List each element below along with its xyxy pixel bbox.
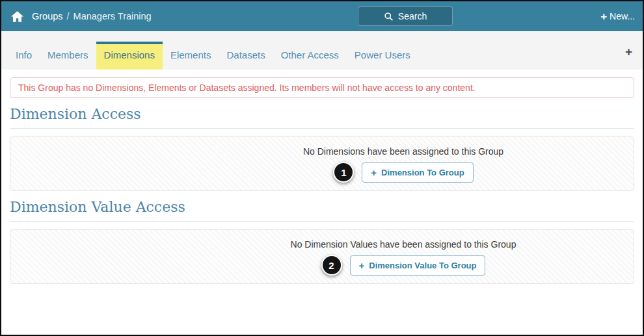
top-navigation-bar: Groups / Managers Training Search + New.… (1, 1, 643, 31)
tab-elements[interactable]: Elements (163, 42, 219, 70)
new-button[interactable]: + New... (600, 1, 635, 31)
app-window: Groups / Managers Training Search + New.… (0, 0, 644, 336)
breadcrumb-separator: / (67, 11, 70, 21)
tab-info[interactable]: Info (8, 42, 40, 70)
tab-bar: Info Members Dimensions Elements Dataset… (1, 31, 643, 70)
tab-dimensions[interactable]: Dimensions (96, 42, 163, 70)
plus-icon: + (600, 11, 607, 22)
dimension-empty-message: No Dimensions have been assigned to this… (173, 146, 634, 157)
no-content-warning: This Group has no Dimensions, Elements o… (10, 77, 634, 98)
breadcrumb-current-page: Managers Training (74, 11, 152, 21)
home-icon (10, 10, 24, 23)
dimension-value-empty-message: No Dimension Values have been assigned t… (173, 239, 634, 250)
main-content: Dimension Access No Dimensions have been… (1, 106, 643, 284)
tab-datasets[interactable]: Datasets (219, 42, 273, 70)
dimension-value-access-heading: Dimension Value Access (10, 199, 634, 222)
search-icon (384, 12, 394, 21)
dimension-value-access-panel: No Dimension Values have been assigned t… (10, 229, 634, 284)
plus-icon: + (359, 261, 365, 270)
callout-badge-2: 2 (321, 255, 342, 276)
tab-members[interactable]: Members (40, 42, 96, 70)
add-tab-plus-icon[interactable]: + (625, 45, 632, 58)
add-dimension-button-label: Dimension To Group (381, 168, 464, 177)
new-button-label: New... (610, 11, 635, 21)
plus-icon: + (371, 168, 377, 177)
home-button[interactable] (10, 10, 24, 23)
search-button-label: Search (398, 11, 427, 21)
tab-power-users[interactable]: Power Users (347, 42, 418, 70)
callout-badge-1: 1 (333, 162, 354, 183)
dimension-access-panel: No Dimensions have been assigned to this… (10, 136, 634, 191)
add-dimension-value-button-label: Dimension Value To Group (369, 261, 476, 270)
breadcrumb: Groups / Managers Training (32, 11, 152, 21)
breadcrumb-groups-link[interactable]: Groups (32, 11, 63, 21)
search-button[interactable]: Search (358, 6, 453, 26)
dimension-access-heading: Dimension Access (10, 106, 634, 129)
tab-other-access[interactable]: Other Access (273, 42, 347, 70)
add-dimension-value-to-group-button[interactable]: + Dimension Value To Group (350, 255, 486, 276)
add-dimension-to-group-button[interactable]: + Dimension To Group (362, 162, 473, 183)
